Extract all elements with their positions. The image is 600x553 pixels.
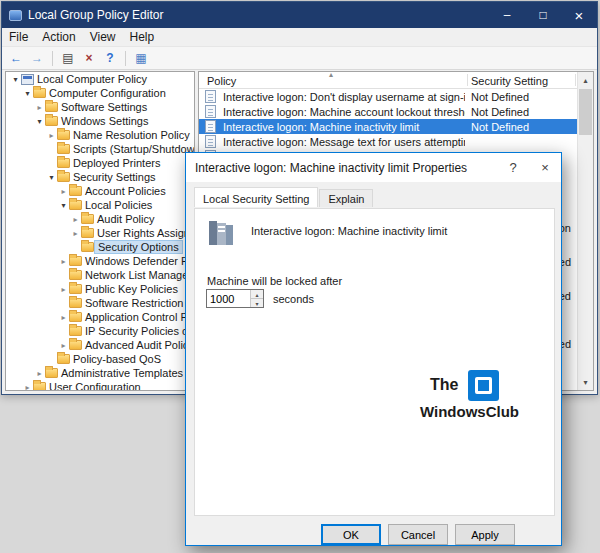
apply-button[interactable]: Apply	[455, 524, 515, 545]
chevron-expanded-icon[interactable]: ▾	[46, 173, 57, 182]
scroll-down-icon[interactable]: ▾	[578, 374, 593, 390]
tree-item-deployed-printers[interactable]: Deployed Printers	[6, 156, 194, 170]
dialog-help-button[interactable]: ?	[497, 153, 529, 182]
console-icon	[21, 74, 34, 85]
chevron-expanded-icon[interactable]: ▾	[34, 117, 45, 126]
app-icon	[9, 10, 22, 21]
tree-item-advanced-audit-policy-configuration[interactable]: ▸Advanced Audit Policy Configuration	[6, 338, 194, 352]
tree-item-software-restriction-policies[interactable]: Software Restriction Policies	[6, 296, 194, 310]
column-divider[interactable]	[575, 74, 576, 86]
tree-item-windows-settings[interactable]: ▾Windows Settings	[6, 114, 194, 128]
tree-item-user-rights-assignment[interactable]: ▸User Rights Assignment	[6, 226, 194, 240]
back-icon[interactable]: ←	[6, 49, 26, 68]
vertical-scrollbar[interactable]: ▴ ▾	[577, 72, 593, 390]
tree-item-software-settings[interactable]: ▸Software Settings	[6, 100, 194, 114]
tree-item-scripts-startup-shutdown[interactable]: Scripts (Startup/Shutdown)	[6, 142, 194, 156]
chevron-collapsed-icon[interactable]: ▸	[22, 383, 33, 392]
tree-item-ip-security-policies-on-local-computer[interactable]: IP Security Policies on Local Computer	[6, 324, 194, 338]
folder-icon	[69, 284, 82, 294]
toolbar-separator	[125, 51, 126, 66]
policy-doc-icon	[205, 120, 216, 133]
chevron-expanded-icon[interactable]: ▾	[58, 201, 69, 210]
ok-button[interactable]: OK	[321, 524, 381, 545]
chevron-collapsed-icon[interactable]: ▸	[46, 131, 57, 140]
scrollbar-thumb[interactable]	[579, 89, 592, 135]
policy-row[interactable]: Interactive logon: Machine inactivity li…	[199, 119, 577, 134]
tree-pane: ▾Local Computer Policy▾Computer Configur…	[5, 71, 195, 391]
chevron-expanded-icon[interactable]: ▾	[10, 75, 21, 84]
tree-item-label: Public Key Policies	[82, 283, 181, 295]
folder-icon	[57, 172, 70, 182]
help-icon[interactable]: ?	[100, 49, 120, 68]
tree-item-label: User Configuration	[46, 381, 144, 391]
chevron-collapsed-icon[interactable]: ▸	[58, 285, 69, 294]
menu-action[interactable]: Action	[35, 28, 82, 46]
chevron-collapsed-icon[interactable]: ▸	[58, 313, 69, 322]
policy-name: Interactive logon: Message text for user…	[223, 136, 465, 148]
dialog-title: Interactive logon: Machine inactivity li…	[195, 161, 467, 175]
tree-item-policy-based-qos[interactable]: Policy-based QoS	[6, 352, 194, 366]
column-header-policy[interactable]: Policy	[207, 75, 236, 87]
chevron-collapsed-icon[interactable]: ▸	[58, 257, 69, 266]
tree-item-application-control-policies[interactable]: ▸Application Control Policies	[6, 310, 194, 324]
menu-file[interactable]: File	[2, 28, 35, 46]
menu-help[interactable]: Help	[123, 28, 162, 46]
column-divider[interactable]	[467, 74, 468, 86]
column-header-security-setting[interactable]: Security Setting	[471, 75, 548, 87]
scroll-up-icon[interactable]: ▴	[578, 72, 593, 88]
stepper-down-icon[interactable]: ▾	[250, 299, 263, 307]
policy-row[interactable]: Interactive logon: Don't display usernam…	[199, 89, 577, 104]
folder-icon	[69, 298, 82, 308]
chevron-collapsed-icon[interactable]: ▸	[70, 215, 81, 224]
tree-item-label: Windows Defender Firewall with Advanced …	[82, 255, 195, 267]
tree-item-security-settings[interactable]: ▾Security Settings	[6, 170, 194, 184]
tree-item-account-policies[interactable]: ▸Account Policies	[6, 184, 194, 198]
policy-row[interactable]: Interactive logon: Machine account locko…	[199, 104, 577, 119]
tree-item-audit-policy[interactable]: ▸Audit Policy	[6, 212, 194, 226]
tree-item-windows-defender-firewall-with-advanced-security[interactable]: ▸Windows Defender Firewall with Advanced…	[6, 254, 194, 268]
tree-item-user-configuration[interactable]: ▸User Configuration	[6, 380, 194, 391]
folder-icon	[69, 256, 82, 266]
tree-item-network-list-manager-policies[interactable]: Network List Manager Policies	[6, 268, 194, 282]
chevron-collapsed-icon[interactable]: ▸	[58, 187, 69, 196]
folder-icon	[81, 228, 94, 238]
folder-icon	[57, 144, 70, 154]
minimize-button[interactable]: –	[489, 2, 525, 28]
policy-row[interactable]: Interactive logon: Message text for user…	[199, 134, 577, 149]
cancel-button[interactable]: Cancel	[388, 524, 448, 545]
folder-icon	[57, 354, 70, 364]
forward-icon[interactable]: →	[27, 49, 47, 68]
delete-icon[interactable]: ×	[79, 49, 99, 68]
folder-icon	[69, 200, 82, 210]
dialog-close-button[interactable]: ×	[529, 153, 561, 182]
stepper-up-icon[interactable]: ▴	[250, 290, 263, 299]
policy-setting: Not Defined	[471, 121, 529, 133]
chevron-collapsed-icon[interactable]: ▸	[34, 369, 45, 378]
tree-item-name-resolution-policy[interactable]: ▸Name Resolution Policy	[6, 128, 194, 142]
close-button[interactable]: ×	[561, 2, 597, 28]
properties-dialog: Interactive logon: Machine inactivity li…	[185, 152, 562, 546]
tree-item-computer-configuration[interactable]: ▾Computer Configuration	[6, 86, 194, 100]
menu-view[interactable]: View	[83, 28, 123, 46]
chevron-collapsed-icon[interactable]: ▸	[70, 229, 81, 238]
tree-item-local-computer-policy[interactable]: ▾Local Computer Policy	[6, 72, 194, 86]
tab-explain[interactable]: Explain	[319, 189, 373, 207]
tree-item-administrative-templates[interactable]: ▸Administrative Templates	[6, 366, 194, 380]
watermark-line2: WindowsClub	[420, 403, 519, 420]
tree-item-label: Network List Manager Policies	[82, 269, 195, 281]
console-tree-icon[interactable]: ▤	[58, 49, 78, 68]
chevron-expanded-icon[interactable]: ▾	[22, 89, 33, 98]
action-pane-icon[interactable]: ▦	[131, 49, 151, 68]
maximize-button[interactable]: □	[525, 2, 561, 28]
tree-item-public-key-policies[interactable]: ▸Public Key Policies	[6, 282, 194, 296]
chevron-collapsed-icon[interactable]: ▸	[34, 103, 45, 112]
tree-item-label: Advanced Audit Policy Configuration	[82, 339, 195, 351]
dialog-titlebar: Interactive logon: Machine inactivity li…	[186, 153, 561, 182]
tree-item-security-options[interactable]: Security Options	[6, 240, 194, 254]
tab-local-security-setting[interactable]: Local Security Setting	[194, 187, 318, 207]
policy-setting: Not Defined	[471, 106, 529, 118]
seconds-unit-label: seconds	[273, 293, 314, 305]
folder-icon	[69, 340, 82, 350]
tree-item-local-policies[interactable]: ▾Local Policies	[6, 198, 194, 212]
chevron-collapsed-icon[interactable]: ▸	[58, 341, 69, 350]
